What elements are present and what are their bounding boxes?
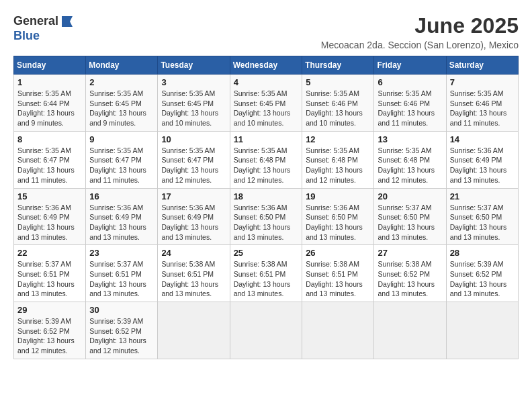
day-info: Sunrise: 5:36 AMSunset: 6:49 PMDaylight:… xyxy=(17,203,82,242)
day-info: Sunrise: 5:38 AMSunset: 6:51 PMDaylight:… xyxy=(161,259,226,299)
calendar-cell: 2Sunrise: 5:35 AMSunset: 6:45 PMDaylight… xyxy=(86,75,158,132)
header: General Blue June 2025 Mecoacan 2da. Sec… xyxy=(13,13,519,50)
calendar-week-row: 15Sunrise: 5:36 AMSunset: 6:49 PMDayligh… xyxy=(14,188,519,245)
day-info: Sunrise: 5:37 AMSunset: 6:50 PMDaylight:… xyxy=(450,203,515,242)
day-info: Sunrise: 5:35 AMSunset: 6:46 PMDaylight:… xyxy=(306,89,370,128)
day-info: Sunrise: 5:36 AMSunset: 6:49 PMDaylight:… xyxy=(89,203,154,242)
day-number: 27 xyxy=(378,248,442,258)
day-info: Sunrise: 5:35 AMSunset: 6:45 PMDaylight:… xyxy=(161,89,226,128)
calendar-cell: 19Sunrise: 5:36 AMSunset: 6:50 PMDayligh… xyxy=(302,188,374,245)
day-number: 9 xyxy=(89,134,154,144)
calendar-cell: 26Sunrise: 5:38 AMSunset: 6:51 PMDayligh… xyxy=(302,245,374,302)
calendar-cell: 25Sunrise: 5:38 AMSunset: 6:51 PMDayligh… xyxy=(230,245,302,302)
calendar-cell: 3Sunrise: 5:35 AMSunset: 6:45 PMDaylight… xyxy=(158,75,230,132)
col-thursday: Thursday xyxy=(302,56,374,75)
day-number: 3 xyxy=(161,77,226,87)
calendar-cell xyxy=(230,302,302,359)
calendar-header-row: Sunday Monday Tuesday Wednesday Thursday… xyxy=(14,56,519,75)
calendar-cell: 15Sunrise: 5:36 AMSunset: 6:49 PMDayligh… xyxy=(14,188,86,245)
day-info: Sunrise: 5:36 AMSunset: 6:49 PMDaylight:… xyxy=(450,146,515,185)
calendar-cell xyxy=(158,302,230,359)
col-saturday: Saturday xyxy=(446,56,518,75)
day-number: 23 xyxy=(89,248,154,258)
calendar-cell: 12Sunrise: 5:35 AMSunset: 6:48 PMDayligh… xyxy=(302,131,374,188)
calendar-cell: 18Sunrise: 5:36 AMSunset: 6:50 PMDayligh… xyxy=(230,188,302,245)
day-info: Sunrise: 5:35 AMSunset: 6:48 PMDaylight:… xyxy=(378,146,442,185)
calendar-cell: 23Sunrise: 5:37 AMSunset: 6:51 PMDayligh… xyxy=(86,245,158,302)
calendar-cell: 14Sunrise: 5:36 AMSunset: 6:49 PMDayligh… xyxy=(446,131,518,188)
day-info: Sunrise: 5:37 AMSunset: 6:51 PMDaylight:… xyxy=(17,259,82,299)
calendar-cell: 16Sunrise: 5:36 AMSunset: 6:49 PMDayligh… xyxy=(86,188,158,245)
day-info: Sunrise: 5:37 AMSunset: 6:50 PMDaylight:… xyxy=(378,203,442,242)
col-monday: Monday xyxy=(86,56,158,75)
col-sunday: Sunday xyxy=(14,56,86,75)
calendar-cell: 24Sunrise: 5:38 AMSunset: 6:51 PMDayligh… xyxy=(158,245,230,302)
day-number: 2 xyxy=(89,77,154,87)
day-number: 18 xyxy=(234,191,299,201)
calendar-week-row: 1Sunrise: 5:35 AMSunset: 6:44 PMDaylight… xyxy=(14,75,519,132)
calendar-cell: 6Sunrise: 5:35 AMSunset: 6:46 PMDaylight… xyxy=(374,75,446,132)
day-number: 5 xyxy=(306,77,370,87)
logo-flag-icon xyxy=(59,13,75,30)
day-info: Sunrise: 5:38 AMSunset: 6:51 PMDaylight:… xyxy=(234,259,299,299)
day-info: Sunrise: 5:38 AMSunset: 6:51 PMDaylight:… xyxy=(306,259,370,299)
logo: General Blue xyxy=(13,13,76,43)
day-info: Sunrise: 5:35 AMSunset: 6:47 PMDaylight:… xyxy=(161,146,226,185)
day-info: Sunrise: 5:39 AMSunset: 6:52 PMDaylight:… xyxy=(89,316,154,356)
calendar-cell: 5Sunrise: 5:35 AMSunset: 6:46 PMDaylight… xyxy=(302,75,374,132)
day-number: 22 xyxy=(17,248,82,258)
calendar-cell: 29Sunrise: 5:39 AMSunset: 6:52 PMDayligh… xyxy=(14,302,86,359)
calendar-cell: 1Sunrise: 5:35 AMSunset: 6:44 PMDaylight… xyxy=(14,75,86,132)
calendar-cell: 10Sunrise: 5:35 AMSunset: 6:47 PMDayligh… xyxy=(158,131,230,188)
day-info: Sunrise: 5:35 AMSunset: 6:47 PMDaylight:… xyxy=(17,146,82,185)
day-info: Sunrise: 5:36 AMSunset: 6:50 PMDaylight:… xyxy=(306,203,370,242)
day-info: Sunrise: 5:35 AMSunset: 6:45 PMDaylight:… xyxy=(89,89,154,128)
day-number: 15 xyxy=(17,191,82,201)
day-number: 26 xyxy=(306,248,370,258)
day-number: 24 xyxy=(161,248,226,258)
calendar-cell: 28Sunrise: 5:39 AMSunset: 6:52 PMDayligh… xyxy=(446,245,518,302)
calendar-cell xyxy=(374,302,446,359)
col-tuesday: Tuesday xyxy=(158,56,230,75)
calendar-week-row: 29Sunrise: 5:39 AMSunset: 6:52 PMDayligh… xyxy=(14,302,519,359)
day-number: 29 xyxy=(17,305,82,315)
calendar-cell: 27Sunrise: 5:38 AMSunset: 6:52 PMDayligh… xyxy=(374,245,446,302)
day-number: 30 xyxy=(89,305,154,315)
day-info: Sunrise: 5:39 AMSunset: 6:52 PMDaylight:… xyxy=(450,259,515,299)
logo-general-text: General xyxy=(13,14,58,28)
calendar-cell: 4Sunrise: 5:35 AMSunset: 6:45 PMDaylight… xyxy=(230,75,302,132)
title-area: June 2025 Mecoacan 2da. Seccion (San Lor… xyxy=(321,13,519,50)
day-info: Sunrise: 5:35 AMSunset: 6:44 PMDaylight:… xyxy=(17,89,82,128)
col-wednesday: Wednesday xyxy=(230,56,302,75)
calendar-cell xyxy=(446,302,518,359)
calendar-cell: 20Sunrise: 5:37 AMSunset: 6:50 PMDayligh… xyxy=(374,188,446,245)
day-number: 21 xyxy=(450,191,515,201)
calendar-cell: 22Sunrise: 5:37 AMSunset: 6:51 PMDayligh… xyxy=(14,245,86,302)
day-number: 6 xyxy=(378,77,442,87)
calendar-cell: 17Sunrise: 5:36 AMSunset: 6:49 PMDayligh… xyxy=(158,188,230,245)
day-info: Sunrise: 5:39 AMSunset: 6:52 PMDaylight:… xyxy=(17,316,82,356)
calendar-cell: 11Sunrise: 5:35 AMSunset: 6:48 PMDayligh… xyxy=(230,131,302,188)
day-info: Sunrise: 5:35 AMSunset: 6:46 PMDaylight:… xyxy=(450,89,515,128)
day-number: 28 xyxy=(450,248,515,258)
col-friday: Friday xyxy=(374,56,446,75)
calendar-cell: 8Sunrise: 5:35 AMSunset: 6:47 PMDaylight… xyxy=(14,131,86,188)
day-number: 16 xyxy=(89,191,154,201)
day-info: Sunrise: 5:36 AMSunset: 6:49 PMDaylight:… xyxy=(161,203,226,242)
day-number: 4 xyxy=(234,77,299,87)
day-info: Sunrise: 5:38 AMSunset: 6:52 PMDaylight:… xyxy=(378,259,442,299)
day-number: 25 xyxy=(234,248,299,258)
calendar-week-row: 22Sunrise: 5:37 AMSunset: 6:51 PMDayligh… xyxy=(14,245,519,302)
day-number: 10 xyxy=(161,134,226,144)
calendar-cell: 21Sunrise: 5:37 AMSunset: 6:50 PMDayligh… xyxy=(446,188,518,245)
day-number: 1 xyxy=(17,77,82,87)
day-info: Sunrise: 5:35 AMSunset: 6:45 PMDaylight:… xyxy=(234,89,299,128)
day-info: Sunrise: 5:37 AMSunset: 6:51 PMDaylight:… xyxy=(89,259,154,299)
day-number: 14 xyxy=(450,134,515,144)
calendar-week-row: 8Sunrise: 5:35 AMSunset: 6:47 PMDaylight… xyxy=(14,131,519,188)
main-title: June 2025 xyxy=(321,13,519,38)
day-number: 20 xyxy=(378,191,442,201)
day-info: Sunrise: 5:35 AMSunset: 6:48 PMDaylight:… xyxy=(234,146,299,185)
calendar: Sunday Monday Tuesday Wednesday Thursday… xyxy=(13,56,519,359)
calendar-cell: 13Sunrise: 5:35 AMSunset: 6:48 PMDayligh… xyxy=(374,131,446,188)
